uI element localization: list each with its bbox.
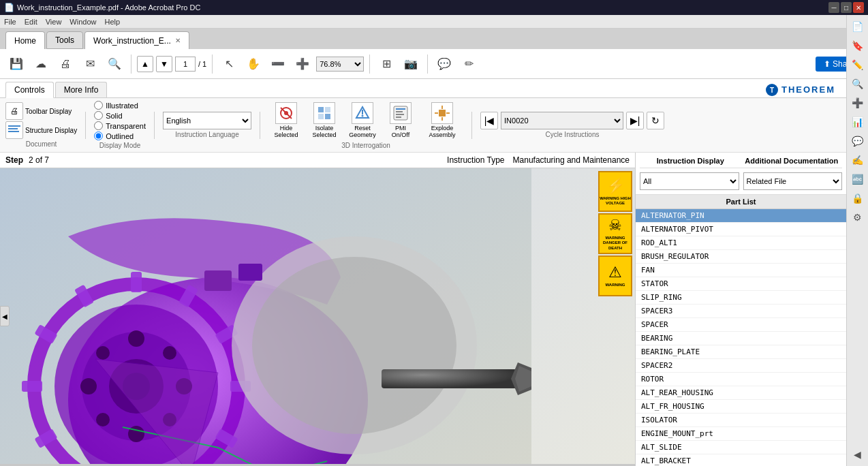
language-select[interactable]: English French German Spanish xyxy=(163,112,251,129)
part-item[interactable]: ENGINE_MOUNT_prt xyxy=(636,427,846,441)
svg-rect-2 xyxy=(8,125,20,127)
sidebar-icon-7[interactable]: ✍ xyxy=(849,151,867,169)
isolate-selected-button[interactable]: Isolate Selected xyxy=(307,101,342,140)
search-button[interactable]: 🔍 xyxy=(104,53,125,75)
sidebar-icon-9[interactable]: 🔒 xyxy=(849,189,867,207)
maximize-button[interactable]: □ xyxy=(841,2,852,13)
part-item[interactable]: ALT_SLIDE xyxy=(636,441,846,454)
zoom-out-button[interactable]: ➖ xyxy=(267,53,289,75)
instruction-select[interactable]: IN0020 IN0001 IN0005 IN0010 IN0015 IN002… xyxy=(501,112,623,129)
part-list-header: Part List xyxy=(636,195,846,209)
radio-illustrated[interactable]: Illustrated xyxy=(94,101,146,110)
sidebar-icon-8[interactable]: 🔤 xyxy=(849,170,867,188)
part-item[interactable]: SLIP_RING xyxy=(636,291,846,305)
next-page-button[interactable]: ▼ xyxy=(156,56,172,72)
part-item[interactable]: ALT_REAR_HOUSING xyxy=(636,386,846,400)
cycle-first-button[interactable]: |◀ xyxy=(480,112,498,129)
part-item[interactable]: ROD_ALT1 xyxy=(636,236,846,250)
part-item[interactable]: ALTERNATOR_PIN xyxy=(636,209,846,223)
part-item[interactable]: BRUSH_REGULATOR xyxy=(636,250,846,264)
viewer-canvas[interactable]: ⚡ WARNING HIGH VOLTAGE ☠ WARNINGDANGER O… xyxy=(0,168,635,464)
plugin-toolbar: 🖨 Toolbar Display Structure Display Docu… xyxy=(0,98,846,153)
cycle-refresh-button[interactable]: ↻ xyxy=(647,112,664,129)
svg-text:T: T xyxy=(770,87,774,94)
viewer-area: Step 2 of 7 Instruction Type Manufacturi… xyxy=(0,153,635,466)
sidebar-icon-1[interactable]: 🔖 xyxy=(849,37,867,55)
pmi-onoff-button[interactable]: PMI On/Off xyxy=(383,101,418,140)
interrogation-label: 3D Interrogation xyxy=(341,142,390,149)
expand-icon[interactable]: ◀ xyxy=(849,446,867,463)
cad-model-svg xyxy=(0,168,531,464)
part-item[interactable]: SPACER xyxy=(636,318,846,332)
sidebar-icon-10[interactable]: ⚙ xyxy=(849,208,867,226)
snapshot-button[interactable]: 📷 xyxy=(400,53,422,75)
content-row: Step 2 of 7 Instruction Type Manufacturi… xyxy=(0,153,846,466)
part-item[interactable]: ALT_FR_HOUSING xyxy=(636,400,846,414)
step-value: 2 of 7 xyxy=(29,155,49,165)
part-item[interactable]: BEARING_PLATE xyxy=(636,345,846,359)
part-item[interactable]: BEARING xyxy=(636,332,846,345)
annotation-button[interactable]: ✏ xyxy=(458,53,480,75)
upload-button[interactable]: ☁ xyxy=(30,53,52,75)
part-item[interactable]: ALTERNATOR_PIVOT xyxy=(636,223,846,236)
print-button[interactable]: 🖨 xyxy=(55,53,76,75)
sidebar-icon-4[interactable]: ➕ xyxy=(849,94,867,112)
svg-rect-58 xyxy=(238,264,262,281)
tab-more-info[interactable]: More Info xyxy=(55,82,108,97)
comment-button[interactable]: 💬 xyxy=(433,53,455,75)
email-button[interactable]: ✉ xyxy=(79,53,101,75)
tab-home[interactable]: Home xyxy=(5,31,45,49)
sidebar-icon-5[interactable]: 📊 xyxy=(849,113,867,131)
menu-edit[interactable]: Edit xyxy=(25,18,37,26)
hide-selected-button[interactable]: Hide Selected xyxy=(268,101,304,140)
radio-outlined[interactable]: Outlined xyxy=(94,131,146,140)
print-doc-button[interactable]: 🖨 xyxy=(5,102,23,120)
svg-rect-54 xyxy=(382,369,518,388)
tab-tools[interactable]: Tools xyxy=(46,31,83,49)
instruction-language-label: Instruction Language xyxy=(175,131,238,138)
menu-file[interactable]: File xyxy=(4,18,16,26)
menu-view[interactable]: View xyxy=(46,18,62,26)
part-item[interactable]: ALT_BRACKET xyxy=(636,454,846,466)
structure-display-button[interactable] xyxy=(5,121,23,139)
zoom-select[interactable]: 76.8% xyxy=(316,57,364,72)
collapse-panel-arrow[interactable]: ◀ xyxy=(0,306,10,326)
menu-help[interactable]: Help xyxy=(104,18,120,26)
marque-tool-button[interactable]: ⊞ xyxy=(375,53,397,75)
radio-solid[interactable]: Solid xyxy=(94,111,146,120)
tab-close-icon[interactable]: ✕ xyxy=(175,37,181,44)
svg-rect-8 xyxy=(318,107,324,112)
page-number-input[interactable] xyxy=(175,57,196,72)
close-button[interactable]: ✕ xyxy=(853,2,864,13)
prev-page-button[interactable]: ▲ xyxy=(137,56,153,72)
sidebar-icon-0[interactable]: 📄 xyxy=(849,18,867,35)
part-item[interactable]: SPACER3 xyxy=(636,305,846,318)
radio-transparent[interactable]: Transparent xyxy=(94,121,146,130)
sidebar-icon-3[interactable]: 🔍 xyxy=(849,75,867,93)
svg-point-50 xyxy=(163,346,176,360)
zoom-in-button[interactable]: ➕ xyxy=(292,53,313,75)
main-area: Controls More Info T THEOREM 🖨 xyxy=(0,79,868,466)
part-item[interactable]: FAN xyxy=(636,264,846,277)
related-file-select[interactable]: Related File None External Link xyxy=(743,172,843,190)
cycle-next-button[interactable]: ▶| xyxy=(626,112,644,129)
explode-assembly-button[interactable]: Explode Assembly xyxy=(421,101,463,140)
save-button[interactable]: 💾 xyxy=(5,53,27,75)
part-item[interactable]: SPACER2 xyxy=(636,359,846,373)
sep-3 xyxy=(260,112,260,139)
part-item[interactable]: ISOLATOR xyxy=(636,414,846,427)
reset-geometry-button[interactable]: Reset Geometry xyxy=(345,101,380,140)
instruction-display-select[interactable]: All Text Images Video xyxy=(640,172,739,190)
minimize-button[interactable]: ─ xyxy=(828,2,839,13)
tab-controls[interactable]: Controls xyxy=(5,82,54,98)
select-tool-button[interactable]: ↖ xyxy=(218,53,240,75)
sidebar-icon-2[interactable]: ✏️ xyxy=(849,56,867,74)
svg-point-49 xyxy=(96,413,110,426)
menu-window[interactable]: Window xyxy=(69,18,96,26)
sidebar-icon-6[interactable]: 💬 xyxy=(849,132,867,150)
instruction-display-header: Instruction Display xyxy=(640,157,741,165)
part-item[interactable]: ROTOR xyxy=(636,373,846,386)
tab-document[interactable]: Work_instruction_E... ✕ xyxy=(84,31,189,49)
hand-tool-button[interactable]: ✋ xyxy=(243,53,264,75)
part-item[interactable]: STATOR xyxy=(636,277,846,291)
